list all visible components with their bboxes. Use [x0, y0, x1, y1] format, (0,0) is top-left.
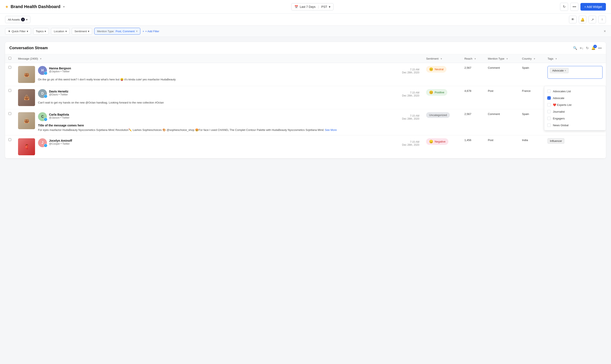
dropdown-item[interactable]: Journalist: [544, 108, 606, 115]
all-assets-button[interactable]: All Assets i ▾: [5, 16, 30, 23]
country-cell: France: [519, 86, 544, 109]
message-body: Can't wait to get my hands on the new @O…: [38, 101, 419, 105]
dashboard-title: Brand Health Dashboard: [11, 4, 60, 9]
dashboard-chevron-icon[interactable]: ▾: [63, 5, 65, 8]
quick-filter-label: Quick Filter: [12, 30, 26, 33]
message-content: H 𝕏 Hanna Bergson @Jaydon • Twitter 7:15…: [38, 66, 419, 82]
table-body: 👜 H 𝕏 Hanna Bergson @Jaydon • Twitter: [5, 63, 606, 158]
sort-button[interactable]: ≡↓: [580, 46, 584, 50]
star-icon: ★: [5, 4, 9, 9]
country-sort-icon[interactable]: ▼: [533, 57, 536, 60]
date-value: Dec 28th, 2020: [402, 143, 419, 146]
tag-chip[interactable]: Influencer: [547, 138, 564, 143]
row-checkbox-3[interactable]: [9, 112, 11, 115]
table-row: 👜 D 𝕏 Davis Herwitz @Davis • Twitter: [5, 86, 606, 109]
mention-type-cell: Comment: [485, 109, 519, 135]
widget-refresh-button[interactable]: ↻: [586, 46, 589, 50]
country-cell: India: [519, 135, 544, 158]
topics-filter-button[interactable]: Topics ▾: [33, 28, 49, 35]
search-button[interactable]: 🔍: [573, 46, 577, 50]
table-row: 👜 H 𝕏 Hanna Bergson @Jaydon • Twitter: [5, 63, 606, 86]
widget-more-button[interactable]: •••: [598, 46, 602, 50]
tag-chip-advocate[interactable]: Advocate ×: [550, 68, 569, 73]
topics-label: Topics: [36, 30, 44, 33]
add-widget-button[interactable]: + Add Widget: [580, 3, 606, 11]
message-body: On the go pic of this weird look? I don'…: [38, 78, 419, 82]
dropdown-checkbox[interactable]: ✓: [547, 96, 551, 100]
see-more-link[interactable]: See More: [325, 128, 337, 131]
tags-sort-icon[interactable]: ▼: [555, 57, 557, 60]
location-chevron-icon: ▾: [65, 30, 67, 33]
eye-button[interactable]: 👁: [569, 16, 577, 23]
message-time: 7:15 AM Dec 28th, 2020: [402, 91, 419, 97]
author-name: Jocelyn Aminoff: [49, 139, 72, 142]
message-column-header: Message (2400) ▼: [15, 54, 423, 63]
message-cell: 🧣 J 𝕏 Jocelyn Aminoff @Cooper • Twitter: [15, 135, 423, 158]
widget-notification-button[interactable]: 🔔 3: [591, 46, 596, 50]
reach-value: 2,567: [464, 112, 471, 116]
sentiment-icon: 😞: [429, 140, 433, 143]
header-right: ↻ ••• + Add Widget: [560, 3, 606, 11]
dropdown-checkbox[interactable]: [547, 110, 551, 113]
row-checkbox-1[interactable]: [9, 66, 11, 69]
tag-chip-remove-icon[interactable]: ×: [565, 69, 566, 72]
sentiment-sort-icon[interactable]: ▼: [440, 57, 442, 60]
message-wrapper: 👜 D 𝕏 Davis Herwitz @Davis • Twitter: [18, 89, 419, 106]
reach-cell: 2,567: [461, 63, 484, 86]
conversation-table: Message (2400) ▼ Sentiment ▼ Reach ▼: [5, 54, 606, 158]
filter-bar-close-button[interactable]: ×: [604, 29, 606, 34]
mention-type-value: Post: [488, 139, 493, 142]
dropdown-checkbox[interactable]: [547, 117, 551, 120]
dropdown-item[interactable]: ✓ Advocate: [544, 95, 606, 101]
time-value: 7:15 AM: [402, 140, 419, 143]
message-content: D 𝕏 Davis Herwitz @Davis • Twitter 7:15 …: [38, 89, 419, 105]
mention-type-cell: Post: [485, 135, 519, 158]
more-options-button[interactable]: •••: [570, 3, 578, 11]
message-sort-icon[interactable]: ▼: [40, 57, 42, 60]
message-time: 7:15 AM Dec 28th, 2020: [402, 68, 419, 74]
header-left: ★ Brand Health Dashboard ▾: [5, 4, 65, 9]
dropdown-item[interactable]: ❤️ Experts List: [544, 101, 606, 108]
sentiment-chevron-icon: ▾: [88, 30, 89, 33]
refresh-button[interactable]: ↻: [560, 3, 568, 11]
dropdown-checkbox[interactable]: [547, 123, 551, 127]
tags-input-box[interactable]: Advocate ×: [547, 66, 602, 79]
filter-bar: ▼ Quick Filter ▾ Topics ▾ Location ▾ Sen…: [0, 26, 611, 37]
quick-filter-button[interactable]: ▼ Quick Filter ▾: [5, 28, 31, 35]
dropdown-item[interactable]: News Global: [544, 122, 606, 129]
dropdown-item-label: Advocates List: [553, 90, 571, 93]
sentiment-label: Uncategorized: [429, 114, 447, 117]
author-handle: @Jaxson • Twitter: [49, 116, 69, 119]
reach-value: 1,456: [464, 139, 471, 142]
assets-label: All Assets: [8, 18, 20, 21]
bell-button[interactable]: 🔔: [579, 16, 586, 23]
add-filter-button[interactable]: + + Add Filter: [142, 30, 159, 33]
sentiment-filter-button[interactable]: Sentiment ▾: [72, 28, 92, 35]
mention-type-sort-icon[interactable]: ▼: [506, 57, 508, 60]
message-content: C 𝕏 Carla Baptista @Jaxson • Twitter 7:1…: [38, 112, 419, 132]
row-checkbox-2[interactable]: [9, 89, 11, 92]
platform-icon: 𝕏: [44, 118, 47, 121]
avatar-wrapper: D 𝕏: [38, 89, 47, 98]
location-filter-button[interactable]: Location ▾: [51, 28, 69, 35]
sub-header: All Assets i ▾ 👁 🔔 ↗ ↑: [0, 13, 611, 26]
country-value: France: [522, 89, 530, 92]
share-button[interactable]: ↗: [588, 16, 596, 23]
select-all-checkbox[interactable]: [9, 57, 11, 60]
mention-type-filter[interactable]: Mention Type: Post, Comment ×: [94, 28, 140, 35]
tags-cell: Influencer: [544, 135, 606, 158]
date-filter-button[interactable]: 📅 Last 7 Days | PST ▾: [291, 3, 334, 10]
dropdown-item[interactable]: Advocates List: [544, 88, 606, 95]
platform-icon: 𝕏: [44, 71, 47, 75]
reach-sort-icon[interactable]: ▼: [474, 57, 476, 60]
dropdown-item[interactable]: Engagers: [544, 115, 606, 122]
platform-icon: 𝕏: [44, 95, 47, 98]
dropdown-checkbox[interactable]: [547, 103, 551, 106]
dropdown-checkbox[interactable]: [547, 90, 551, 93]
quick-filter-chevron-icon: ▾: [27, 30, 28, 33]
export-button[interactable]: ↑: [598, 16, 606, 23]
row-checkbox-4[interactable]: [9, 138, 11, 141]
dropdown-item-label: News Global: [553, 124, 569, 127]
dropdown-item-label: Advocate: [553, 96, 564, 100]
mention-type-close-icon[interactable]: ×: [136, 29, 137, 33]
